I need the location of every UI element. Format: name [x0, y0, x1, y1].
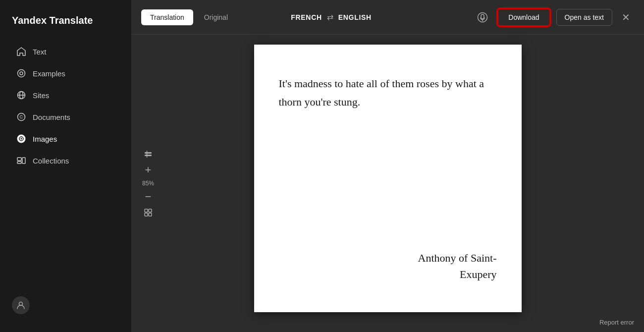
toolbar-right: Download Open as text ✕ [474, 8, 634, 26]
documents-icon: © [16, 111, 27, 122]
svg-rect-17 [145, 155, 152, 156]
svg-rect-12 [22, 158, 25, 164]
download-button[interactable]: Download [497, 8, 550, 26]
document-author: Anthony of Saint-Exupery [279, 250, 497, 282]
app-logo: Yandex Translate [0, 10, 131, 41]
svg-rect-22 [149, 213, 152, 216]
report-error-link[interactable]: Report error [599, 319, 634, 326]
collections-icon [16, 155, 27, 166]
home-icon [16, 46, 27, 57]
svg-rect-16 [145, 152, 152, 154]
sidebar-item-sites-label: Sites [33, 91, 49, 100]
fit-zoom-button[interactable] [141, 147, 155, 161]
svg-rect-18 [146, 151, 148, 158]
examples-icon [16, 68, 27, 79]
zoom-controls: + 85% − [141, 147, 155, 220]
sidebar-item-collections[interactable]: Collections [4, 150, 127, 171]
sidebar: Yandex Translate Text Examples [0, 0, 131, 332]
svg-point-1 [20, 72, 23, 75]
sidebar-item-text-label: Text [33, 48, 47, 56]
sidebar-item-text[interactable]: Text [4, 41, 127, 62]
document-area: + 85% − It's madness to hate all of them… [131, 35, 644, 332]
svg-rect-19 [145, 209, 148, 212]
user-avatar[interactable] [12, 296, 30, 314]
voice-button[interactable] [474, 8, 491, 26]
source-language: FRENCH [291, 13, 322, 21]
svg-rect-11 [17, 162, 21, 164]
document-page-wrapper: It's madness to hate all of them roses b… [131, 35, 644, 332]
tab-group: Translation Original [141, 9, 237, 25]
svg-rect-10 [17, 158, 21, 161]
svg-point-9 [21, 138, 22, 140]
zoom-out-button[interactable]: − [141, 190, 155, 204]
document-page: It's madness to hate all of them roses b… [254, 45, 522, 312]
language-section: FRENCH ⇄ ENGLISH [291, 12, 372, 22]
main-content: Translation Original FRENCH ⇄ ENGLISH Do… [131, 0, 644, 332]
svg-point-0 [18, 70, 25, 77]
close-button[interactable]: ✕ [618, 9, 634, 25]
sidebar-item-images-label: Images [33, 135, 57, 143]
sidebar-nav: Text Examples Sites [0, 41, 131, 288]
sidebar-item-examples-label: Examples [33, 69, 65, 78]
sidebar-item-documents-label: Documents [33, 113, 70, 121]
sites-icon [16, 90, 27, 101]
svg-rect-21 [145, 213, 148, 216]
images-icon [16, 133, 27, 144]
swap-languages-icon[interactable]: ⇄ [327, 12, 333, 22]
sidebar-item-documents[interactable]: © Documents [4, 107, 127, 127]
svg-text:©: © [19, 114, 23, 120]
document-quote: It's madness to hate all of them roses b… [279, 74, 497, 111]
tab-translation[interactable]: Translation [141, 9, 193, 25]
target-language: ENGLISH [338, 13, 372, 21]
open-as-text-button[interactable]: Open as text [556, 9, 612, 26]
zoom-level-display: 85% [142, 179, 154, 188]
sidebar-bottom [0, 288, 131, 322]
tab-original[interactable]: Original [195, 9, 237, 25]
reset-zoom-button[interactable] [141, 206, 155, 220]
sidebar-item-sites[interactable]: Sites [4, 85, 127, 106]
toolbar: Translation Original FRENCH ⇄ ENGLISH Do… [131, 0, 644, 35]
sidebar-item-collections-label: Collections [33, 157, 69, 165]
sidebar-item-examples[interactable]: Examples [4, 63, 127, 84]
zoom-in-button[interactable]: + [141, 163, 155, 177]
svg-rect-20 [149, 209, 152, 212]
sidebar-item-images[interactable]: Images [4, 128, 127, 149]
